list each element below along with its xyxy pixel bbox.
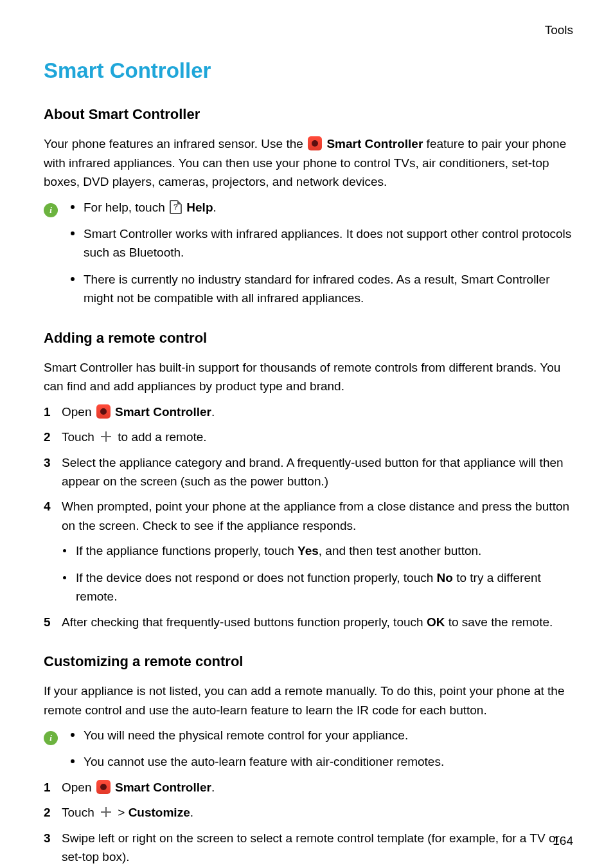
adding-step-1-body: Open Smart Controller. xyxy=(62,402,573,421)
about-info-help-b: Help xyxy=(186,201,213,214)
about-info-help-a: For help, touch xyxy=(84,201,168,214)
adding-heading: Adding a remote control xyxy=(44,327,573,349)
adding-step1-b: Smart Controller xyxy=(115,405,211,419)
plus-icon xyxy=(100,806,112,818)
customizing-step-2-body: Touch > Customize. xyxy=(62,803,573,822)
step-number: 2 xyxy=(44,428,62,446)
adding-step5-a: After checking that frequently-used butt… xyxy=(62,615,427,629)
step-number: 1 xyxy=(44,402,62,421)
about-info-help-c: . xyxy=(213,201,217,214)
adding-step4-b1a: If the appliance functions properly, tou… xyxy=(76,544,298,557)
customizing-step-1: 1 Open Smart Controller. xyxy=(44,778,573,797)
info-icon: i xyxy=(44,203,58,217)
about-paragraph: Your phone features an infrared sensor. … xyxy=(44,134,573,191)
customizing-heading: Customizing a remote control xyxy=(44,651,573,673)
step-number: 1 xyxy=(44,778,62,797)
customizing-step1-a: Open xyxy=(62,781,95,794)
adding-step-4: 4 When prompted, point your phone at the… xyxy=(44,497,573,606)
adding-step4-b2a: If the device does not respond or does n… xyxy=(76,571,437,584)
adding-step5-b: OK xyxy=(427,615,445,629)
adding-step-3-body: Select the appliance category and brand.… xyxy=(62,453,573,491)
customizing-step2-b: > xyxy=(118,806,128,819)
customizing-steps: 1 Open Smart Controller. 2 Touch > Custo… xyxy=(44,778,573,867)
step-number: 5 xyxy=(44,613,62,631)
customizing-step-3: 3 Swipe left or right on the screen to s… xyxy=(44,829,573,867)
adding-step1-a: Open xyxy=(62,405,95,419)
smart-controller-icon xyxy=(96,780,111,794)
adding-step2-a: Touch xyxy=(62,430,98,444)
adding-step4-b1b: Yes xyxy=(298,544,319,557)
customizing-step2-a: Touch xyxy=(62,806,98,819)
about-info-content: For help, touch ? Help. Smart Controller… xyxy=(69,198,573,308)
customizing-info-physical-remote: You will need the physical remote contro… xyxy=(69,726,573,745)
adding-steps: 1 Open Smart Controller. 2 Touch to add … xyxy=(44,402,573,631)
adding-step5-c: to save the remote. xyxy=(445,615,553,629)
about-info-item-help: For help, touch ? Help. xyxy=(69,198,573,217)
info-icon-wrapper: i xyxy=(44,198,69,218)
adding-step2-b: to add a remote. xyxy=(118,430,206,444)
info-icon: i xyxy=(44,731,58,745)
adding-step-5: 5 After checking that frequently-used bu… xyxy=(44,613,573,631)
smart-controller-icon xyxy=(308,136,322,150)
about-info-block: i For help, touch ? Help. Smart Controll… xyxy=(44,198,573,308)
customizing-step1-c: . xyxy=(211,781,215,794)
about-info-item-infrared: Smart Controller works with infrared app… xyxy=(69,224,573,262)
step-number: 4 xyxy=(44,497,62,516)
adding-step-2-body: Touch to add a remote. xyxy=(62,428,573,446)
about-text-1b: Smart Controller xyxy=(326,137,423,150)
customizing-intro: If your appliance is not listed, you can… xyxy=(44,682,573,719)
about-info-list: For help, touch ? Help. Smart Controller… xyxy=(69,198,573,308)
adding-step4-text: When prompted, point your phone at the a… xyxy=(62,500,569,532)
about-text-1a: Your phone features an infrared sensor. … xyxy=(44,137,306,150)
customizing-step1-b: Smart Controller xyxy=(115,781,211,794)
adding-step-5-body: After checking that frequently-used butt… xyxy=(62,613,573,631)
adding-intro: Smart Controller has built-in support fo… xyxy=(44,358,573,396)
about-heading: About Smart Controller xyxy=(44,104,573,125)
page-number: 164 xyxy=(553,831,573,850)
adding-step4-sub-yes: If the appliance functions properly, tou… xyxy=(62,541,573,560)
customizing-info-ac-remote: You cannot use the auto-learn feature wi… xyxy=(69,752,573,771)
adding-step1-c: . xyxy=(211,405,215,419)
adding-step-3: 3 Select the appliance category and bran… xyxy=(44,453,573,491)
customizing-info-content: You will need the physical remote contro… xyxy=(69,726,573,772)
about-info-item-standard: There is currently no industry standard … xyxy=(69,270,573,308)
plus-icon xyxy=(100,430,112,443)
adding-step-4-body: When prompted, point your phone at the a… xyxy=(62,497,573,606)
step-number: 3 xyxy=(44,453,62,472)
adding-step-1: 1 Open Smart Controller. xyxy=(44,402,573,421)
step-number: 2 xyxy=(44,803,62,822)
adding-step4-sub-no: If the device does not respond or does n… xyxy=(62,568,573,606)
header-label: Tools xyxy=(545,21,573,39)
adding-step4-b2b: No xyxy=(437,571,453,584)
customizing-step2-d: . xyxy=(190,806,193,819)
customizing-info-block: i You will need the physical remote cont… xyxy=(44,726,573,772)
customizing-info-list: You will need the physical remote contro… xyxy=(69,726,573,772)
adding-step4-sublist: If the appliance functions properly, tou… xyxy=(62,541,573,606)
smart-controller-icon xyxy=(96,404,111,419)
customizing-step-2: 2 Touch > Customize. xyxy=(44,803,573,822)
customizing-step2-c: Customize xyxy=(129,806,190,819)
info-icon-wrapper: i xyxy=(44,726,69,746)
adding-step-2: 2 Touch to add a remote. xyxy=(44,428,573,446)
step-number: 3 xyxy=(44,829,62,847)
customizing-step-1-body: Open Smart Controller. xyxy=(62,778,573,797)
adding-step4-b1c: , and then test another button. xyxy=(319,544,482,557)
customizing-step-3-body: Swipe left or right on the screen to sel… xyxy=(62,829,573,867)
help-icon: ? xyxy=(170,200,182,214)
page-title: Smart Controller xyxy=(44,54,573,87)
